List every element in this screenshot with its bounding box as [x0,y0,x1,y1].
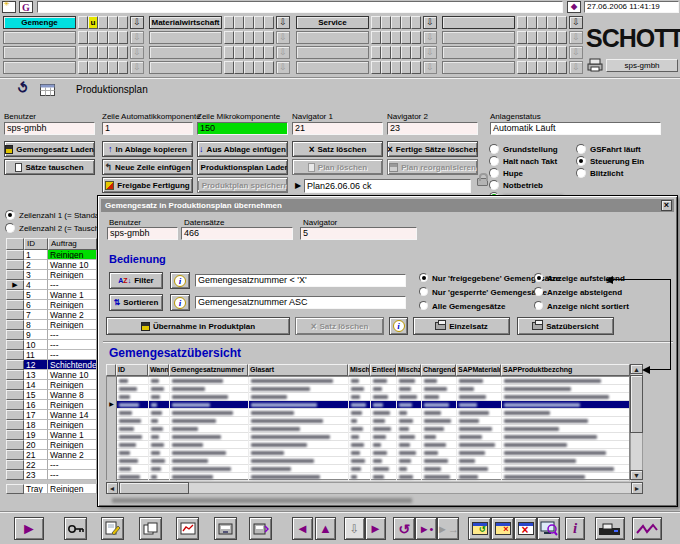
menu-cell[interactable] [411,31,421,44]
row-selector[interactable] [6,400,24,410]
menu-dropdown-icon[interactable]: ⇩ [276,46,290,59]
menu-cell[interactable] [517,16,527,29]
menu-slot-empty[interactable] [296,46,369,59]
row-selector[interactable] [107,457,117,465]
toolbar-arrow-down-button[interactable]: ⇩ [344,517,365,540]
cell-id[interactable]: 1 [24,250,48,260]
table-row[interactable] [107,433,629,441]
menu-cell[interactable] [391,31,401,44]
menu-cell[interactable] [98,16,108,29]
app-icon[interactable]: G [19,1,33,13]
row-selector[interactable] [107,465,117,473]
radio-anzeige[interactable] [534,301,543,310]
menu-slot-empty[interactable] [149,31,222,44]
cell-auftrag[interactable]: Wanne 10 [48,370,97,380]
menu-cell[interactable] [108,46,118,59]
radio-gemengesaetze[interactable] [419,287,428,296]
menu-cell[interactable] [264,31,274,44]
table-row[interactable] [107,409,629,417]
menu-cell[interactable] [224,46,234,59]
seal-icon[interactable]: ◆ [567,1,581,13]
toolbar-edit-plan-button[interactable] [101,517,124,540]
cell-id[interactable]: 21 [24,450,48,460]
row-selector[interactable] [6,430,24,440]
button-sätze-tauschen[interactable]: Sätze tauschen [4,159,95,175]
menu-cell[interactable] [244,61,254,74]
menu-cell[interactable] [98,46,108,59]
menu-cell[interactable] [371,61,381,74]
menu-cell[interactable] [88,61,98,74]
row-selector[interactable]: ▶ [107,401,117,409]
column-header-sapproduktbezchng[interactable]: SAPProduktbezchng [501,364,630,376]
menu-cell[interactable] [234,16,244,29]
column-header-entleerzeit[interactable]: Entleerzeit [370,364,396,376]
cell-auftrag[interactable]: Reinigen [48,400,97,410]
row-selector[interactable] [6,350,24,360]
sort-info-button[interactable]: i [170,294,190,311]
toolbar-save-alt-button[interactable] [249,517,272,540]
menu-cell[interactable] [557,46,567,59]
cell-id[interactable]: 7 [24,310,48,320]
cell-auftrag[interactable]: Reinigen [48,380,97,390]
toolbar-run-button[interactable]: ► [14,517,44,540]
menu-cell[interactable] [401,46,411,59]
column-header-auftrag[interactable]: Auftrag [48,238,97,250]
menu-cell[interactable] [108,16,118,29]
menu-cell[interactable] [254,16,264,29]
button-plan-reorganisieren[interactable]: Plan reorganisieren [387,159,478,175]
row-selector[interactable] [107,441,117,449]
cell-auftrag[interactable]: Reinigen [48,300,97,310]
table-row[interactable] [107,385,629,393]
calendar-icon[interactable] [40,82,55,100]
menu-cell[interactable] [118,31,128,44]
button-produktplan-speichern[interactable]: Produktplan speichern [197,177,288,193]
menu-dropdown-icon[interactable]: ⇩ [423,31,437,44]
cell-auftrag[interactable]: Schichtende [48,360,97,370]
status-radio[interactable] [576,156,586,166]
menu-cell[interactable] [264,16,274,29]
menu-cell[interactable] [517,31,527,44]
table-row[interactable] [107,393,629,401]
cell-id[interactable]: 18 [24,420,48,430]
cell-auftrag[interactable]: Reinigen [48,270,97,280]
dialog-titlebar[interactable]: Gemengesatz in Produktionsplan übernehme… [101,199,674,212]
cell-id[interactable]: 9 [24,330,48,340]
cell-id[interactable]: 11 [24,350,48,360]
row-selector[interactable]: ▶ [6,280,24,290]
column-header-sapmaterialnummer[interactable]: SAPMaterialnummer [456,364,501,376]
menu-cell[interactable] [108,31,118,44]
menu-cell[interactable] [244,16,254,29]
menu-cell[interactable] [78,31,88,44]
menu-cell[interactable] [371,46,381,59]
menu-cell[interactable] [547,46,557,59]
menu-cell[interactable] [537,46,547,59]
menu-cell[interactable] [254,31,264,44]
menu-cell[interactable] [224,31,234,44]
row-selector[interactable] [6,320,24,330]
menu-cell[interactable] [118,46,128,59]
row-selector[interactable] [6,380,24,390]
row-selector[interactable] [6,360,24,370]
menu-cell[interactable] [98,61,108,74]
menu-cell[interactable] [401,16,411,29]
menu-cell[interactable] [401,61,411,74]
cell-id[interactable]: 10 [24,340,48,350]
dialog-button-einzelsatz[interactable]: Einzelsatz [413,317,510,335]
dialog-button-übernahme-in-produktplan[interactable]: Übernahme in Produktplan [106,317,290,335]
toolbar-save-button[interactable] [214,517,237,540]
row-selector[interactable] [107,433,117,441]
menu-cell[interactable] [118,16,128,29]
scrollbar-thumb[interactable] [630,375,643,433]
menu-cell[interactable] [411,16,421,29]
row-selector[interactable] [6,450,24,460]
row-selector[interactable] [107,377,117,385]
menu-cell[interactable] [244,31,254,44]
menu-dropdown-icon[interactable]: ⇩ [130,61,144,74]
menu-cell[interactable] [537,16,547,29]
menu-cell[interactable] [381,46,391,59]
row-selector[interactable] [107,425,117,433]
menu-dropdown-icon[interactable]: ⇩ [569,46,583,59]
status-radio[interactable] [576,168,586,178]
dlg-benutzer-field[interactable]: sps-gmbh [107,227,178,240]
menu-slot-empty[interactable] [442,61,515,74]
